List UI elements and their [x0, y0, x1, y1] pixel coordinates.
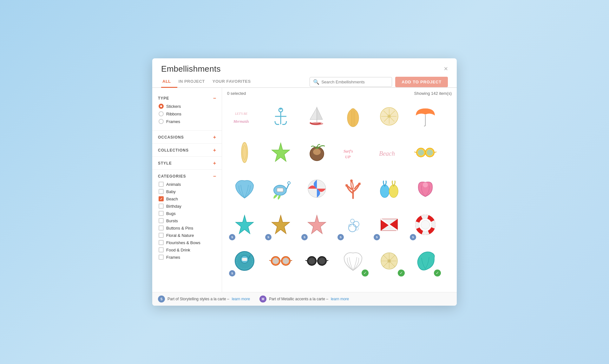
category-baby[interactable]: Baby — [159, 189, 216, 194]
item-umbrella[interactable] — [408, 99, 443, 134]
type-stickers[interactable]: Stickers — [159, 104, 216, 109]
item-shell-blue[interactable] — [227, 171, 262, 206]
type-section-header[interactable]: TYPE − — [152, 93, 222, 103]
storytelling-badge: S — [374, 234, 380, 240]
storytelling-badge: S — [229, 234, 235, 240]
item-shell-outline[interactable]: ✓ — [336, 244, 370, 278]
item-sunglasses-black[interactable] — [299, 244, 334, 278]
item-shell-cone[interactable] — [336, 99, 370, 134]
flourishes-bows-checkbox[interactable] — [159, 240, 164, 245]
metallic-learn-more[interactable]: learn more — [331, 297, 349, 301]
item-snorkel[interactable] — [263, 171, 298, 206]
item-dive-circle-s[interactable]: S — [227, 244, 262, 278]
metallic-text: Part of Metallic accents a la carte – — [269, 297, 328, 301]
type-ribbons[interactable]: Ribbons — [159, 111, 216, 116]
item-sailboat[interactable] — [299, 99, 334, 134]
type-collapse-icon: − — [213, 95, 216, 101]
category-bugs[interactable]: Bugs — [159, 211, 216, 216]
item-coconut[interactable] — [299, 135, 334, 170]
category-birthday[interactable]: Birthday — [159, 204, 216, 209]
beach-checkbox[interactable]: ✓ — [159, 196, 164, 201]
category-frames[interactable]: Frames — [159, 255, 216, 260]
selected-count: 0 selected — [227, 91, 246, 96]
category-floral-nature[interactable]: Floral & Nature — [159, 233, 216, 238]
item-sunglasses[interactable] — [408, 135, 443, 170]
grid-row-4: S S S — [227, 207, 453, 242]
svg-text:Mermaids: Mermaids — [233, 119, 249, 124]
tab-your-favorites[interactable]: YOUR FAVORITES — [211, 76, 257, 88]
item-bubbles-s[interactable]: S — [336, 207, 370, 242]
frames-radio[interactable] — [159, 119, 164, 124]
frames-checkbox[interactable] — [159, 255, 164, 260]
category-buttons-pins[interactable]: Buttons & Pins — [159, 225, 216, 231]
buttons-pins-checkbox[interactable] — [159, 225, 164, 231]
check-badge: ✓ — [398, 270, 405, 276]
item-lets-be-mermaids[interactable]: LET'S BE Mermaids — [227, 99, 262, 134]
item-sand-dollar-check[interactable]: ✓ — [372, 244, 407, 278]
occasions-section-title: OCCASIONS — [158, 135, 184, 140]
item-coral[interactable] — [336, 171, 370, 206]
svg-point-32 — [427, 149, 433, 156]
occasions-section-header[interactable]: OCCASIONS + — [152, 132, 222, 142]
svg-point-43 — [350, 179, 353, 182]
item-anchor[interactable] — [263, 99, 298, 134]
categories-section-title: CATEGORIES — [158, 174, 186, 179]
ribbons-radio[interactable] — [159, 111, 164, 116]
frames-label: Frames — [166, 119, 180, 124]
style-section-header[interactable]: STYLE + — [152, 158, 222, 168]
item-starfish-blue-s[interactable]: S — [227, 207, 262, 242]
svg-line-35 — [434, 152, 436, 153]
storytelling-learn-more[interactable]: learn more — [232, 297, 250, 301]
frames-category-label: Frames — [166, 255, 180, 260]
birthday-label: Birthday — [166, 204, 181, 209]
categories-section-header[interactable]: CATEGORIES − — [152, 171, 222, 181]
storytelling-badge: S — [410, 234, 416, 240]
categories-collapse-icon: − — [213, 173, 216, 179]
food-drink-checkbox[interactable] — [159, 247, 164, 252]
baby-checkbox[interactable] — [159, 189, 164, 194]
category-food-drink[interactable]: Food & Drink — [159, 247, 216, 252]
sidebar: TYPE − Stickers Ribbons Frames — [152, 88, 222, 292]
item-dive-flag-s[interactable]: S — [372, 207, 407, 242]
category-animals[interactable]: Animals — [159, 182, 216, 187]
modal-header: Embellishments × — [152, 58, 457, 74]
floral-nature-checkbox[interactable] — [159, 233, 164, 238]
item-life-preserver-s[interactable]: S — [408, 207, 443, 242]
style-expand-icon: + — [213, 160, 216, 166]
storytelling-footer-badge: S — [158, 296, 165, 302]
flourishes-bows-label: Flourishes & Bows — [166, 240, 200, 245]
category-beach[interactable]: ✓ Beach — [159, 196, 216, 201]
item-starfish[interactable] — [263, 135, 298, 170]
svg-point-42 — [345, 184, 348, 187]
item-starfish-pink-s[interactable]: S — [299, 207, 334, 242]
category-bursts[interactable]: Bursts — [159, 218, 216, 223]
item-starfish-gold-s[interactable]: S — [263, 207, 298, 242]
item-sand-dollar[interactable] — [372, 99, 407, 134]
tab-in-project[interactable]: IN PROJECT — [177, 76, 211, 88]
tab-all[interactable]: ALL — [161, 76, 177, 88]
stickers-radio[interactable] — [159, 104, 164, 109]
type-frames[interactable]: Frames — [159, 119, 216, 124]
bugs-checkbox[interactable] — [159, 211, 164, 216]
item-pink-shell[interactable] — [408, 171, 443, 206]
bursts-checkbox[interactable] — [159, 218, 164, 223]
item-flip-flops[interactable] — [372, 171, 407, 206]
svg-point-39 — [288, 182, 290, 184]
svg-line-38 — [286, 184, 289, 189]
svg-point-74 — [309, 258, 315, 264]
item-surfboard[interactable] — [227, 135, 262, 170]
type-section-title: TYPE — [158, 96, 169, 101]
add-to-project-button[interactable]: ADD TO PROJECT — [395, 77, 448, 87]
item-teal-shell-check[interactable]: ✓ — [408, 244, 443, 278]
birthday-checkbox[interactable] — [159, 204, 164, 209]
close-button[interactable]: × — [444, 65, 448, 73]
item-beach-text[interactable]: Beach — [372, 135, 407, 170]
animals-checkbox[interactable] — [159, 182, 164, 187]
item-surfs-up[interactable]: Surf's UP — [336, 135, 370, 170]
category-flourishes-bows[interactable]: Flourishes & Bows — [159, 240, 216, 245]
item-beach-ball[interactable] — [299, 171, 334, 206]
item-sunglasses-orange[interactable] — [263, 244, 298, 278]
svg-point-54 — [355, 227, 358, 230]
collections-section-header[interactable]: COLLECTIONS + — [152, 145, 222, 155]
search-input[interactable] — [321, 80, 389, 84]
